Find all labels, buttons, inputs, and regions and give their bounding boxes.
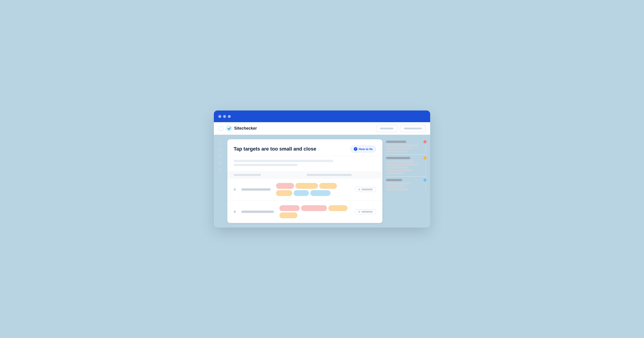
rs-row-title-2 xyxy=(386,157,426,160)
rs-bar-2-4 xyxy=(386,169,412,171)
table-row xyxy=(227,178,382,201)
rs-bar-3-3 xyxy=(386,188,408,190)
rs-dot-3-2 xyxy=(425,186,426,187)
sidebar-dot-1 xyxy=(218,141,222,145)
logo-text: Sitechecker xyxy=(234,126,257,131)
rs-bar-2-1 xyxy=(386,161,414,163)
desc-line-1 xyxy=(234,160,333,162)
traffic-light-2 xyxy=(223,115,226,118)
rs-bar-3-2 xyxy=(386,186,404,187)
tag-orange-3 xyxy=(276,190,292,196)
rs-dot-2-3 xyxy=(425,167,426,168)
row-tags-2 xyxy=(280,205,350,218)
panel-description xyxy=(227,156,382,172)
rs-group-2 xyxy=(386,157,426,177)
browser-nav: Sitechecker xyxy=(214,122,430,135)
table-header xyxy=(227,172,382,178)
tag-pink-3 xyxy=(301,205,327,211)
rs-row-3-3 xyxy=(386,188,426,190)
rs-badge-orange xyxy=(424,157,426,160)
sidebar-dot-2 xyxy=(218,148,222,152)
row-url-2 xyxy=(241,211,274,213)
rs-row-2-1 xyxy=(386,161,426,163)
sitechecker-logo-icon xyxy=(226,125,232,132)
rs-row-3-1 xyxy=(386,183,426,184)
action-bar-1 xyxy=(362,188,373,190)
rs-row-2-2 xyxy=(386,164,426,166)
th-issues xyxy=(307,174,352,176)
rs-bar-2-2 xyxy=(386,164,418,166)
traffic-light-3 xyxy=(228,115,231,118)
rs-row-1-2 xyxy=(386,147,426,149)
left-sidebar xyxy=(216,139,224,223)
rs-row-1-3 xyxy=(386,150,426,152)
rs-row-2-4 xyxy=(386,169,426,171)
tag-pink-2 xyxy=(280,205,300,211)
rs-dot-2-2 xyxy=(425,164,426,166)
how-to-fix-icon: ? xyxy=(354,147,358,151)
tag-orange-5 xyxy=(280,212,298,218)
rs-bar-1-2 xyxy=(386,147,412,149)
tag-orange-2 xyxy=(319,183,337,189)
action-dot-2 xyxy=(358,211,360,213)
rs-row-1-1 xyxy=(386,145,426,146)
rs-group-1 xyxy=(386,140,426,155)
row-icon-1 xyxy=(234,188,236,191)
th-url xyxy=(234,174,261,176)
rs-dot-3-1 xyxy=(425,183,426,184)
nav-btn-bar-2 xyxy=(404,128,422,129)
table-row-2 xyxy=(227,201,382,223)
rs-dot-1-1 xyxy=(425,145,426,146)
tag-blue-2 xyxy=(310,190,330,196)
rs-dot-3-3 xyxy=(425,188,426,190)
rs-badge-red xyxy=(424,140,426,143)
nav-button-2[interactable] xyxy=(400,125,426,132)
rs-badge-blue xyxy=(424,178,426,181)
rs-group2-title xyxy=(386,157,410,159)
rs-bar-2-3 xyxy=(386,167,408,168)
rs-row-title-3 xyxy=(386,178,426,181)
right-sidebar xyxy=(386,139,426,223)
browser-window: Sitechecker Tap targets are too small an… xyxy=(214,111,430,227)
traffic-light-1 xyxy=(218,115,221,118)
rs-bar-1-1 xyxy=(386,145,418,146)
tag-orange-1 xyxy=(296,183,318,189)
desc-line-2 xyxy=(234,164,298,166)
rs-bar-3-1 xyxy=(386,183,410,184)
rs-bar-1-3 xyxy=(386,150,408,152)
rs-row-3-2 xyxy=(386,186,426,187)
rs-row-title-1 xyxy=(386,140,426,143)
how-to-fix-label: How to fix xyxy=(359,147,373,151)
row-url-1 xyxy=(241,188,270,191)
browser-content: Tap targets are too small and close ? Ho… xyxy=(214,135,430,227)
sidebar-dot-4 xyxy=(218,161,222,165)
row-tags-1 xyxy=(276,183,350,196)
nav-logo: Sitechecker xyxy=(226,125,257,132)
browser-titlebar xyxy=(214,111,430,122)
row-action-1[interactable] xyxy=(355,187,376,192)
rs-dot-1-2 xyxy=(425,147,426,149)
tag-pink-1 xyxy=(276,183,294,189)
action-bar-2 xyxy=(362,211,373,213)
svg-point-0 xyxy=(226,125,232,132)
nav-button-1[interactable] xyxy=(376,125,397,132)
rs-group-3 xyxy=(386,178,426,193)
rs-bar-2-5 xyxy=(386,172,404,174)
rs-group1-title xyxy=(386,141,406,143)
row-action-2[interactable] xyxy=(355,209,376,214)
tag-blue-1 xyxy=(294,190,309,196)
rs-dot-2-4 xyxy=(425,169,426,171)
nav-back-button[interactable] xyxy=(218,126,223,131)
rs-dot-1-3 xyxy=(425,150,426,152)
panel-title: Tap targets are too small and close xyxy=(234,146,347,152)
sidebar-dot-5 xyxy=(218,168,222,172)
rs-group3-title xyxy=(386,179,402,181)
rs-row-2-3 xyxy=(386,167,426,168)
rs-dot-2-1 xyxy=(425,161,426,163)
tag-orange-4 xyxy=(328,205,348,211)
rs-dot-2-5 xyxy=(425,172,426,174)
sidebar-dot-3 xyxy=(218,155,222,158)
how-to-fix-button[interactable]: ? How to fix xyxy=(350,146,376,152)
nav-btn-bar-1 xyxy=(380,128,394,129)
main-panel: Tap targets are too small and close ? Ho… xyxy=(227,139,382,223)
